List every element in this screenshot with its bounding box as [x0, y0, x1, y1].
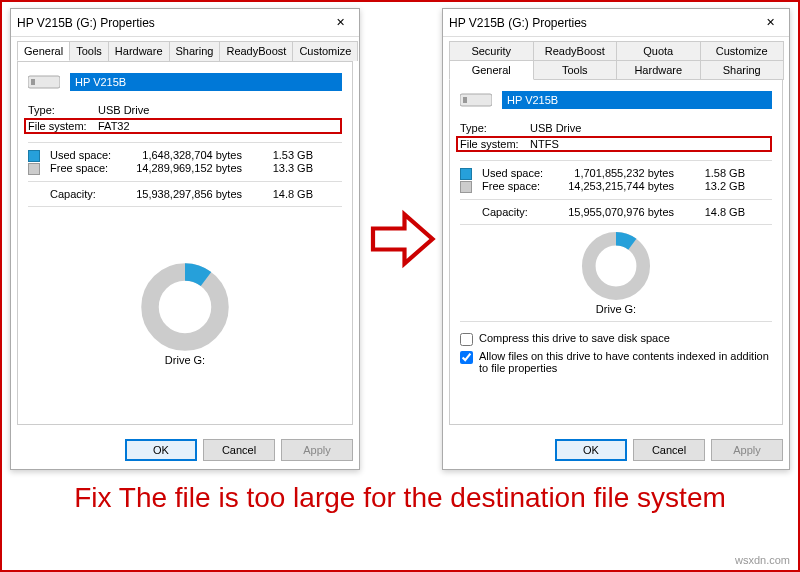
used-bytes: 1,701,855,232 bytes	[566, 167, 686, 180]
index-checkbox-row[interactable]: Allow files on this drive to have conten…	[460, 350, 772, 374]
caption-text: Fix The file is too large for the destin…	[2, 476, 798, 528]
tab-readyboost[interactable]: ReadyBoost	[219, 41, 293, 61]
drive-icon	[28, 72, 60, 92]
fs-label: File system:	[28, 120, 98, 132]
tab-customize[interactable]: Customize	[700, 41, 785, 60]
fs-label: File system:	[460, 138, 530, 150]
used-gb: 1.58 GB	[690, 167, 745, 180]
properties-dialog-left: HP V215B (G:) Properties ✕ General Tools…	[10, 8, 360, 470]
cancel-button[interactable]: Cancel	[203, 439, 275, 461]
drive-name-input[interactable]	[70, 73, 342, 91]
used-swatch	[460, 168, 472, 180]
fs-value: NTFS	[530, 138, 559, 150]
ok-button[interactable]: OK	[555, 439, 627, 461]
free-bytes: 14,289,969,152 bytes	[134, 162, 254, 175]
tab-general[interactable]: General	[449, 60, 534, 80]
tab-security[interactable]: Security	[449, 41, 534, 60]
svg-rect-5	[463, 97, 467, 103]
used-gb: 1.53 GB	[258, 149, 313, 162]
free-gb: 13.3 GB	[258, 162, 313, 175]
cap-label: Capacity:	[50, 188, 130, 200]
used-label: Used space:	[50, 149, 130, 162]
type-label: Type:	[460, 122, 530, 134]
window-title: HP V215B (G:) Properties	[449, 16, 757, 30]
used-label: Used space:	[482, 167, 562, 180]
close-button[interactable]: ✕	[757, 13, 783, 33]
type-value: USB Drive	[530, 122, 581, 134]
tab-customize[interactable]: Customize	[292, 41, 358, 61]
properties-dialog-right: HP V215B (G:) Properties ✕ Security Read…	[442, 8, 790, 470]
cap-gb: 14.8 GB	[690, 206, 745, 218]
drive-icon	[460, 90, 492, 110]
free-swatch	[460, 181, 472, 193]
apply-button[interactable]: Apply	[281, 439, 353, 461]
cap-bytes: 15,938,297,856 bytes	[134, 188, 254, 200]
drive-letter-label: Drive G:	[165, 354, 205, 366]
type-label: Type:	[28, 104, 98, 116]
titlebar: HP V215B (G:) Properties ✕	[11, 9, 359, 37]
tab-quota[interactable]: Quota	[616, 41, 701, 60]
tab-general[interactable]: General	[17, 41, 70, 61]
used-bytes: 1,648,328,704 bytes	[134, 149, 254, 162]
tab-tools[interactable]: Tools	[69, 41, 109, 61]
usage-donut-icon	[581, 231, 651, 301]
cap-bytes: 15,955,070,976 bytes	[566, 206, 686, 218]
arrow-right-icon	[366, 204, 436, 274]
free-gb: 13.2 GB	[690, 180, 745, 193]
tabs-row: General Tools Hardware Sharing ReadyBoos…	[17, 41, 353, 61]
index-checkbox[interactable]	[460, 351, 473, 364]
free-swatch	[28, 163, 40, 175]
free-label: Free space:	[482, 180, 562, 193]
watermark: wsxdn.com	[735, 554, 790, 566]
apply-button[interactable]: Apply	[711, 439, 783, 461]
compress-checkbox[interactable]	[460, 333, 473, 346]
tab-sharing[interactable]: Sharing	[169, 41, 221, 61]
drive-name-input[interactable]	[502, 91, 772, 109]
tab-readyboost[interactable]: ReadyBoost	[533, 41, 618, 60]
svg-rect-1	[31, 79, 35, 85]
type-value: USB Drive	[98, 104, 149, 116]
tab-hardware[interactable]: Hardware	[108, 41, 170, 61]
cap-label: Capacity:	[482, 206, 562, 218]
fs-value: FAT32	[98, 120, 130, 132]
tab-tools[interactable]: Tools	[533, 60, 618, 80]
compress-checkbox-row[interactable]: Compress this drive to save disk space	[460, 332, 772, 346]
window-title: HP V215B (G:) Properties	[17, 16, 327, 30]
tab-hardware[interactable]: Hardware	[616, 60, 701, 80]
svg-point-2	[150, 272, 220, 342]
free-bytes: 14,253,215,744 bytes	[566, 180, 686, 193]
cap-gb: 14.8 GB	[258, 188, 313, 200]
usage-donut-icon	[140, 262, 230, 352]
svg-point-6	[589, 239, 643, 293]
close-button[interactable]: ✕	[327, 13, 353, 33]
ok-button[interactable]: OK	[125, 439, 197, 461]
cancel-button[interactable]: Cancel	[633, 439, 705, 461]
titlebar: HP V215B (G:) Properties ✕	[443, 9, 789, 37]
tab-sharing[interactable]: Sharing	[700, 60, 785, 80]
used-swatch	[28, 150, 40, 162]
free-label: Free space:	[50, 162, 130, 175]
arrow-section	[366, 8, 436, 470]
drive-letter-label: Drive G:	[596, 303, 636, 315]
